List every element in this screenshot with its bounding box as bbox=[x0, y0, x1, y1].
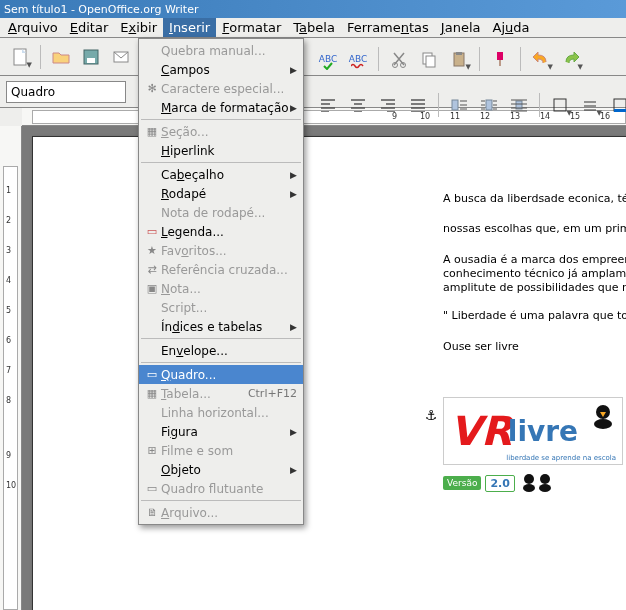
svg-rect-2 bbox=[87, 58, 95, 63]
svg-point-8 bbox=[523, 484, 535, 492]
menu-exibir[interactable]: Exibir bbox=[114, 18, 163, 37]
style-combo-value: Quadro bbox=[11, 85, 55, 99]
svg-rect-18 bbox=[499, 60, 501, 66]
menu-inserir[interactable]: Inserir bbox=[163, 18, 216, 37]
vertical-ruler[interactable]: 1 2 3 4 5 6 7 8 9 10 bbox=[0, 126, 22, 610]
paragraph[interactable]: " Liberdade é uma palavra que todo mu bbox=[443, 309, 626, 323]
menu-tabela[interactable]: Tabela bbox=[287, 18, 341, 37]
wrap-off-button[interactable] bbox=[445, 91, 473, 119]
svg-rect-17 bbox=[497, 52, 503, 60]
paragraph[interactable]: Ouse ser livre bbox=[443, 340, 626, 354]
menu-item-tabela[interactable]: ▦Tabela...Ctrl+F12 bbox=[139, 384, 303, 403]
menu-item-script[interactable]: Script... bbox=[139, 298, 303, 317]
menu-separator bbox=[141, 338, 301, 339]
paragraph[interactable]: A busca da liberdsade econica, técnica, bbox=[443, 192, 626, 206]
menu-arquivo[interactable]: Arquivo bbox=[2, 18, 64, 37]
border-style-button[interactable]: ▼ bbox=[576, 91, 604, 119]
menu-janela[interactable]: Janela bbox=[435, 18, 487, 37]
menu-formatar[interactable]: Formatar bbox=[216, 18, 287, 37]
wrap-through-button[interactable] bbox=[505, 91, 533, 119]
open-button[interactable] bbox=[47, 43, 75, 71]
border-color-button[interactable]: ▼ bbox=[606, 91, 626, 119]
separator bbox=[520, 47, 521, 71]
paste-button[interactable]: ▼ bbox=[445, 45, 473, 73]
menu-separator bbox=[141, 500, 301, 501]
body-text[interactable]: A busca da liberdsade econica, técnica, … bbox=[443, 192, 626, 370]
paragraph[interactable]: A ousadia é a marca dos empreendedore co… bbox=[443, 253, 626, 296]
menu-item-quebra[interactable]: Quebra manual... bbox=[139, 41, 303, 60]
cut-button[interactable] bbox=[385, 45, 413, 73]
menu-ajuda[interactable]: Ajuda bbox=[487, 18, 536, 37]
autospell-button[interactable]: ABC bbox=[344, 45, 372, 73]
wrap-page-button[interactable] bbox=[475, 91, 503, 119]
workarea: 1 2 3 4 5 6 7 8 9 10 A busca da liberdsa… bbox=[0, 126, 626, 610]
menu-editar[interactable]: Editar bbox=[64, 18, 115, 37]
svg-rect-16 bbox=[456, 52, 462, 55]
menu-item-cabecalho[interactable]: Cabeçalho▶ bbox=[139, 165, 303, 184]
format-paintbrush-button[interactable] bbox=[486, 45, 514, 73]
align-justify-button[interactable] bbox=[404, 91, 432, 119]
menu-item-marca[interactable]: Marca de formatação▶ bbox=[139, 98, 303, 117]
email-button[interactable] bbox=[107, 43, 135, 71]
ruler-tick: 4 bbox=[6, 276, 11, 285]
menu-separator bbox=[141, 162, 301, 163]
toolbar-right: ABC ABC ▼ ▼ ▼ bbox=[314, 44, 585, 74]
menu-item-nota-rodape[interactable]: Nota de rodapé... bbox=[139, 203, 303, 222]
menu-item-hiperlink[interactable]: Hiperlink bbox=[139, 141, 303, 160]
svg-point-9 bbox=[540, 474, 550, 484]
align-left-button[interactable] bbox=[314, 91, 342, 119]
svg-rect-19 bbox=[452, 100, 458, 110]
menu-item-referencia[interactable]: ⇄Referência cruzada... bbox=[139, 260, 303, 279]
border-button[interactable]: ▼ bbox=[546, 91, 574, 119]
save-button[interactable] bbox=[77, 43, 105, 71]
menu-item-flutuante[interactable]: ▭Quadro flutuante bbox=[139, 479, 303, 498]
menu-item-filme[interactable]: ⊞Filme e som bbox=[139, 441, 303, 460]
menu-item-secao[interactable]: ▦Seção... bbox=[139, 122, 303, 141]
new-button[interactable]: ▼ bbox=[6, 43, 34, 71]
redo-button[interactable]: ▼ bbox=[557, 45, 585, 73]
menu-separator bbox=[141, 119, 301, 120]
undo-button[interactable]: ▼ bbox=[527, 45, 555, 73]
svg-point-10 bbox=[539, 484, 551, 492]
version-number: 2.0 bbox=[485, 475, 515, 492]
svg-rect-24 bbox=[614, 109, 626, 112]
inserted-image-frame[interactable]: ⚓ VR livre liberdade se aprende na escol… bbox=[443, 397, 626, 495]
copy-button[interactable] bbox=[415, 45, 443, 73]
paragraph[interactable]: nossas escolhas que, em um primeiro m bbox=[443, 222, 626, 236]
menu-item-envelope[interactable]: Envelope... bbox=[139, 341, 303, 360]
menu-item-caractere[interactable]: ✻Caractere especial... bbox=[139, 79, 303, 98]
menu-item-campos[interactable]: Campos▶ bbox=[139, 60, 303, 79]
logo-image[interactable]: VR livre liberdade se aprende na escola bbox=[443, 397, 623, 465]
align-center-button[interactable] bbox=[344, 91, 372, 119]
version-label: Versão bbox=[443, 476, 481, 490]
svg-point-5 bbox=[594, 419, 612, 429]
menu-item-figura[interactable]: Figura▶ bbox=[139, 422, 303, 441]
menu-ferramentas[interactable]: Ferramentas bbox=[341, 18, 435, 37]
svg-rect-20 bbox=[486, 100, 492, 110]
menu-item-nota[interactable]: ▣Nota... bbox=[139, 279, 303, 298]
separator bbox=[438, 93, 439, 117]
ruler-tick: 5 bbox=[6, 306, 11, 315]
menu-item-favoritos[interactable]: ★Favoritos... bbox=[139, 241, 303, 260]
align-right-button[interactable] bbox=[374, 91, 402, 119]
menu-item-legenda[interactable]: ▭Legenda... bbox=[139, 222, 303, 241]
spellcheck-button[interactable]: ABC bbox=[314, 45, 342, 73]
ruler-tick: 8 bbox=[6, 396, 11, 405]
page[interactable]: A busca da liberdsade econica, técnica, … bbox=[32, 136, 626, 610]
menu-item-arquivo[interactable]: 🗎Arquivo... bbox=[139, 503, 303, 522]
menu-item-quadro[interactable]: ▭Quadro... bbox=[139, 365, 303, 384]
ruler-tick: 7 bbox=[6, 366, 11, 375]
menu-item-indices[interactable]: Índices e tabelas▶ bbox=[139, 317, 303, 336]
document-canvas[interactable]: A busca da liberdsade econica, técnica, … bbox=[22, 126, 626, 610]
ruler-tick: 6 bbox=[6, 336, 11, 345]
menu-item-linha[interactable]: Linha horizontal... bbox=[139, 403, 303, 422]
ruler-tick: 9 bbox=[6, 451, 11, 460]
menu-item-objeto[interactable]: Objeto▶ bbox=[139, 460, 303, 479]
separator bbox=[378, 47, 379, 71]
ruler-tick: 1 bbox=[6, 186, 11, 195]
svg-rect-14 bbox=[426, 56, 435, 67]
style-combo[interactable]: Quadro bbox=[6, 81, 126, 103]
menu-item-rodape[interactable]: Rodapé▶ bbox=[139, 184, 303, 203]
ruler-tick: 3 bbox=[6, 246, 11, 255]
logo-tagline: liberdade se aprende na escola bbox=[506, 454, 616, 462]
